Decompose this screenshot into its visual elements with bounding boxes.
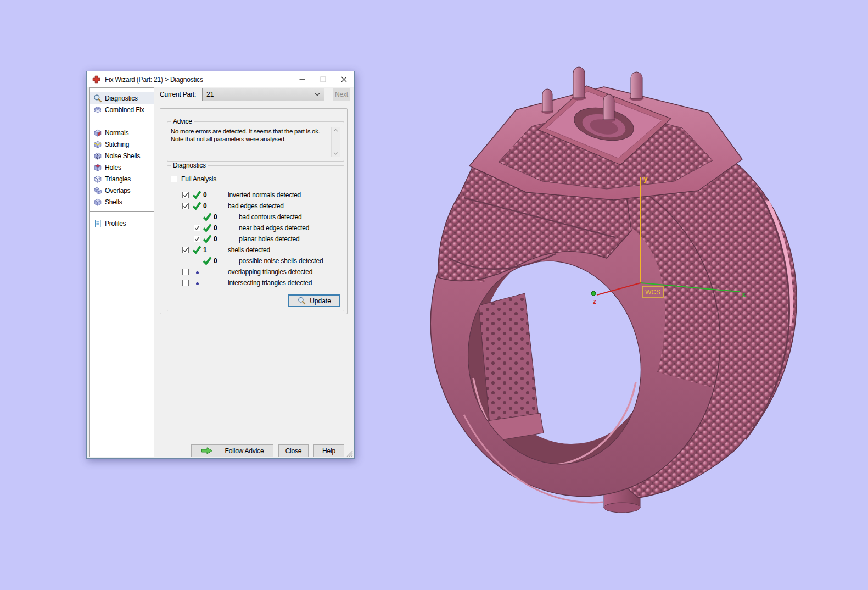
sidebar-item-label: Diagnostics: [105, 94, 138, 102]
diagnostics-rows: 0 inverted normals detected 0 bad edges …: [167, 190, 344, 288]
sidebar-item-label: Combined Fix: [105, 106, 144, 114]
cube-plain-icon: [93, 197, 102, 207]
row-count: 0: [214, 213, 217, 221]
row-checkbox[interactable]: [182, 203, 189, 209]
z-axis-label: z: [593, 298, 596, 305]
advice-line-2: Note that not all parameters were analys…: [171, 136, 286, 142]
cubes-overlapping-icon: [93, 186, 102, 195]
close-button[interactable]: [333, 71, 354, 87]
x-axis-label: x: [742, 290, 746, 298]
cube-yellow-edge-icon: [93, 140, 102, 149]
advice-text: No more errors are detected. It seems th…: [171, 128, 320, 143]
magnifier-icon: [298, 297, 306, 305]
sidebar-item-stitching[interactable]: Stitching: [90, 138, 154, 150]
row-count: 0: [214, 235, 217, 243]
titlebar[interactable]: Fix Wizard (Part: 21) > Diagnostics: [87, 71, 354, 87]
row-label: intersecting triangles detected: [228, 279, 312, 287]
current-part-label: Current Part:: [160, 91, 196, 98]
help-button[interactable]: Help: [313, 444, 344, 457]
row-label: possible noise shells detected: [239, 257, 323, 265]
current-part-value: 21: [206, 91, 214, 98]
sidebar-item-noise-shells[interactable]: Noise Shells: [90, 150, 154, 162]
update-button[interactable]: Update: [288, 294, 340, 307]
row-checkbox[interactable]: [182, 269, 189, 275]
cube-dotted-icon: [93, 151, 102, 160]
chevron-down-icon: [315, 93, 320, 96]
sidebar-item-label: Overlaps: [105, 187, 130, 194]
wcs-label: WCS: [645, 288, 660, 296]
magnifier-icon: [93, 93, 102, 103]
diagnostic-row-overlapping-triangles: overlapping triangles detected: [167, 266, 344, 277]
fix-wizard-dialog: Fix Wizard (Part: 21) > Diagnostics Diag…: [86, 71, 355, 459]
scroll-down-icon[interactable]: [333, 152, 338, 155]
sidebar-separator: [90, 211, 154, 212]
sidebar-item-diagnostics[interactable]: Diagnostics: [90, 92, 154, 104]
stacked-sheets-icon: [93, 105, 102, 114]
row-count: 0: [203, 202, 206, 210]
next-button[interactable]: Next: [333, 88, 350, 101]
sidebar-item-label: Triangles: [105, 175, 131, 183]
row-checkbox[interactable]: [194, 236, 200, 242]
current-part-select[interactable]: 21: [202, 88, 324, 101]
wizard-panel: Advice No more errors are detected. It s…: [160, 108, 348, 314]
follow-advice-label: Follow Advice: [225, 447, 264, 455]
row-checkbox[interactable]: [182, 280, 189, 286]
status-pending-dot: [196, 282, 199, 285]
row-count: 0: [203, 191, 206, 199]
status-ok-icon: [192, 246, 201, 254]
sidebar-separator: [90, 121, 154, 121]
resize-grip[interactable]: [346, 450, 353, 457]
sidebar-item-label: Profiles: [105, 220, 126, 227]
row-checkbox[interactable]: [194, 225, 200, 231]
checkbox-icon[interactable]: [171, 176, 177, 182]
diagnostics-group-title: Diagnostics: [171, 162, 208, 169]
update-button-label: Update: [310, 297, 331, 305]
sidebar-item-label: Normals: [105, 129, 128, 137]
sidebar-item-label: Stitching: [105, 141, 129, 148]
sidebar-item-shells[interactable]: Shells: [90, 196, 154, 208]
ring-crown: [469, 67, 742, 200]
green-arrow-icon: [201, 447, 213, 455]
status-ok-icon: [192, 202, 201, 210]
advice-line-1: No more errors are detected. It seems th…: [171, 128, 320, 135]
status-ok-icon: [203, 224, 212, 232]
maximize-button[interactable]: [312, 71, 333, 87]
row-checkbox[interactable]: [182, 192, 189, 198]
row-label: overlapping triangles detected: [228, 268, 312, 276]
row-label: bad contours detected: [239, 213, 302, 221]
diagnostic-row-bad-edges: 0 bad edges detected: [167, 201, 344, 211]
close-dialog-button[interactable]: Close: [278, 444, 309, 457]
diagnostic-row-planar-holes: 0 planar holes detected: [167, 233, 344, 244]
cube-red-face-icon: [93, 128, 102, 137]
diagnostic-row-shells: 1 shells detected: [167, 244, 344, 255]
advice-group: Advice No more errors are detected. It s…: [167, 121, 344, 162]
advice-scrollbar[interactable]: [331, 127, 340, 157]
sidebar-item-combined-fix[interactable]: Combined Fix: [90, 104, 154, 115]
row-label: bad edges detected: [228, 202, 284, 210]
follow-advice-button[interactable]: Follow Advice: [191, 444, 273, 457]
cube-red-top-icon: [93, 163, 102, 172]
row-checkbox[interactable]: [182, 247, 189, 253]
sidebar: Diagnostics Combined Fix Normal: [89, 87, 154, 457]
sidebar-item-label: Shells: [105, 198, 122, 206]
diagnostic-row-possible-noise-shells: 0 possible noise shells detected: [167, 255, 344, 266]
diagnostics-group: Diagnostics Full Analysis 0 inverted nor…: [167, 165, 344, 311]
diagnostic-row-inverted-normals: 0 inverted normals detected: [167, 190, 344, 201]
status-pending-dot: [196, 271, 199, 274]
scroll-up-icon[interactable]: [333, 129, 338, 132]
status-ok-icon: [203, 213, 212, 221]
sidebar-item-holes[interactable]: Holes: [90, 162, 154, 173]
sidebar-item-triangles[interactable]: Triangles: [90, 173, 154, 185]
full-analysis-checkbox[interactable]: Full Analysis: [171, 175, 216, 183]
z-axis-end-dot: [591, 291, 596, 296]
status-ok-icon: [203, 257, 212, 265]
status-ok-icon: [192, 191, 201, 199]
advice-group-title: Advice: [171, 118, 194, 125]
row-count: 1: [203, 246, 206, 254]
sidebar-item-overlaps[interactable]: Overlaps: [90, 185, 154, 196]
row-count: 0: [214, 224, 217, 232]
minimize-button[interactable]: [292, 71, 312, 87]
status-ok-icon: [203, 235, 212, 243]
sidebar-item-profiles[interactable]: Profiles: [90, 218, 154, 229]
sidebar-item-normals[interactable]: Normals: [90, 127, 154, 138]
